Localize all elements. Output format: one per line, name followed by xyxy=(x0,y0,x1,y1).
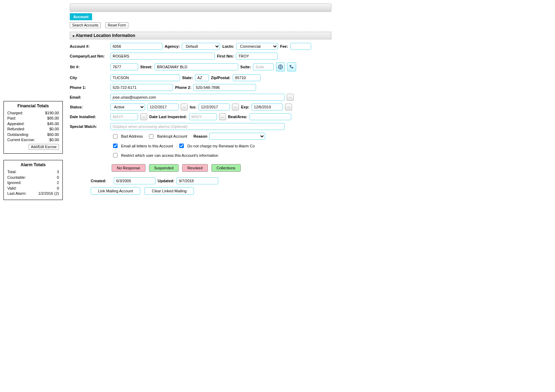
tab-account[interactable]: Account xyxy=(70,13,92,20)
suite-field[interactable] xyxy=(253,63,274,70)
label-phone1: Phone 1: xyxy=(70,85,108,90)
reason-select[interactable] xyxy=(209,133,265,140)
bankrupt-checkbox[interactable] xyxy=(149,134,153,139)
reset-form-button[interactable]: Reset Form xyxy=(105,22,128,28)
alarm-label: Total: xyxy=(7,169,16,175)
street-number-field[interactable] xyxy=(110,63,138,70)
label-beat: Beat/Area: xyxy=(228,115,247,119)
city-field[interactable] xyxy=(110,74,180,81)
label-zip: Zip/Postal: xyxy=(211,76,231,80)
label-street: Street: xyxy=(140,65,152,69)
fee-field[interactable] xyxy=(290,43,311,50)
fin-label: Refunded: xyxy=(7,126,25,132)
label-loctn: Loctn: xyxy=(222,44,234,48)
special-watch-field[interactable] xyxy=(110,123,285,130)
bad-address-checkbox[interactable] xyxy=(113,134,118,139)
label-str-no: Str #: xyxy=(70,65,108,69)
zip-field[interactable] xyxy=(233,74,261,81)
fin-label: Charged: xyxy=(7,110,23,116)
phone-icon[interactable] xyxy=(287,62,296,71)
restrict-checkbox[interactable] xyxy=(113,153,118,157)
label-company-last: Company/Last Nm: xyxy=(70,54,108,58)
status-date-picker[interactable]: ... xyxy=(181,103,188,110)
alarm-label: Ignored: xyxy=(7,180,21,185)
collections-button[interactable]: Collections xyxy=(211,164,241,172)
top-menubar xyxy=(70,3,331,12)
status-select[interactable]: Active xyxy=(110,103,145,110)
fin-value: $45.00 xyxy=(47,121,59,126)
email-letters-checkbox[interactable] xyxy=(113,144,118,148)
email-field[interactable] xyxy=(110,94,285,101)
company-last-field[interactable] xyxy=(110,53,215,60)
label-iss: Iss: xyxy=(190,105,196,109)
label-fee: Fee: xyxy=(280,44,288,48)
label-date-inspected: Date Last Inspected: xyxy=(149,115,187,119)
link-mailing-button[interactable]: Link Mailing Account xyxy=(91,187,140,195)
loctn-select[interactable]: Commercial xyxy=(236,43,278,50)
label-state: State: xyxy=(182,76,193,80)
state-field[interactable] xyxy=(195,74,209,81)
phone1-field[interactable] xyxy=(110,84,173,91)
label-email: Email: xyxy=(70,95,108,99)
date-installed-field[interactable] xyxy=(110,113,138,120)
label-agency: Agency: xyxy=(165,44,180,48)
alarm-label: Valid: xyxy=(7,186,17,191)
label-account-no: Account #: xyxy=(70,44,108,48)
date-inspected-field[interactable] xyxy=(189,113,217,120)
no-charge-renewal-checkbox[interactable] xyxy=(179,144,184,148)
alarm-title: Alarm Totals xyxy=(7,162,59,167)
bankrupt-label: Bankrupt Account xyxy=(157,134,187,138)
financial-title: Financial Totals xyxy=(7,103,59,108)
exp-field[interactable] xyxy=(252,103,283,110)
street-field[interactable] xyxy=(155,63,238,70)
label-special-watch: Special Watch: xyxy=(70,124,108,129)
status-date-field[interactable] xyxy=(147,103,179,110)
email-letters-label: Email all letters to this Account xyxy=(121,144,173,148)
label-first-nm: First Nm: xyxy=(217,54,234,58)
fin-label: Appealed: xyxy=(7,121,25,126)
alarm-value: 2 xyxy=(57,180,59,185)
label-suite: Suite: xyxy=(240,65,251,69)
clear-mailing-button[interactable]: Clear Linked Mailing xyxy=(144,187,194,195)
no-response-button[interactable]: No Response xyxy=(112,164,145,172)
label-reason: Reason xyxy=(194,134,208,138)
phone2-field[interactable] xyxy=(193,84,256,91)
iss-field[interactable] xyxy=(198,103,230,110)
created-field[interactable] xyxy=(114,177,156,184)
label-exp: Exp: xyxy=(241,105,249,109)
iss-date-picker[interactable]: ... xyxy=(232,103,239,110)
globe-icon[interactable] xyxy=(276,62,285,71)
restrict-label: Restrict which user can access this Acco… xyxy=(121,153,218,157)
label-created: Created: xyxy=(91,179,112,183)
no-charge-renewal-label: Do not charge my Renewal to Alarm Co xyxy=(187,144,255,148)
email-picker-button[interactable]: ... xyxy=(287,94,294,101)
financial-totals-panel: Financial Totals Charged:$190.00 Paid:$8… xyxy=(3,101,63,154)
agency-select[interactable]: Default xyxy=(182,43,220,50)
suspended-button[interactable]: Suspended xyxy=(149,164,179,172)
fin-value: $190.00 xyxy=(45,110,59,116)
alarm-label: Last Alarm: xyxy=(7,191,27,196)
date-installed-picker[interactable]: ... xyxy=(140,113,147,120)
alarm-value: 0 xyxy=(57,175,59,180)
search-accounts-button[interactable]: Search Accounts xyxy=(70,22,101,28)
label-date-installed: Date Installed: xyxy=(70,115,108,119)
fin-label: Outstanding: xyxy=(7,132,29,137)
alarm-totals-panel: Alarm Totals Total:3 Countable:0 Ignored… xyxy=(3,160,63,200)
updated-field[interactable] xyxy=(177,177,218,184)
first-name-field[interactable] xyxy=(236,53,278,60)
fin-label: Current Escrow: xyxy=(7,137,35,143)
fin-label: Paid: xyxy=(7,116,16,121)
section-header: Alarmed Location Information xyxy=(70,32,331,39)
add-edit-escrow-button[interactable]: Add/Edit Escrow xyxy=(29,144,59,150)
fin-value: $85.00 xyxy=(47,116,59,121)
exp-date-picker[interactable]: ... xyxy=(285,103,292,110)
beat-field[interactable] xyxy=(249,113,291,120)
alarm-value: 0 xyxy=(57,186,59,191)
date-inspected-picker[interactable]: ... xyxy=(219,113,226,120)
label-city: City xyxy=(70,76,108,80)
account-number-field[interactable] xyxy=(110,43,163,50)
revoked-button[interactable]: Revoked xyxy=(182,164,208,172)
label-phone2: Phone 2: xyxy=(175,85,191,90)
alarm-label: Countable: xyxy=(7,175,26,180)
alarm-value: 3 xyxy=(57,169,59,175)
